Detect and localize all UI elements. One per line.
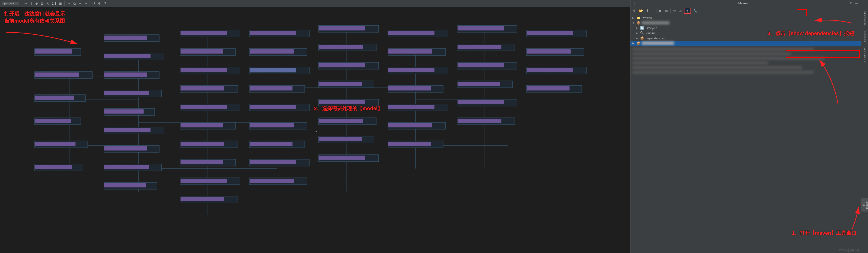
notifications-tab[interactable]: Notifications xyxy=(862,9,867,27)
maven-tree: ▶ 📁 Profiles ▼ 📦 ▶ 🔄 Lifecycle ▶ 🔌 Plugi… xyxy=(630,14,861,253)
svg-rect-105 xyxy=(250,31,296,35)
database-tab-label: Database xyxy=(863,31,866,42)
svg-rect-124 xyxy=(388,50,432,54)
maven-panel-title: Maven xyxy=(738,2,747,5)
svg-rect-130 xyxy=(458,26,504,30)
maven-toolbar: ↺ 📂 ⬇ + ▶ ⊞ ⊘ ≋ 🔧 xyxy=(630,7,861,14)
toolbar-btn-copy[interactable]: ⧉ xyxy=(72,1,77,6)
annotation-3: 3、点击【show dependencies】按钮 xyxy=(768,30,854,37)
svg-rect-113 xyxy=(250,179,293,183)
svg-point-140 xyxy=(316,131,317,132)
restful-tab[interactable]: © RestfulTool xyxy=(862,46,867,66)
svg-rect-98 xyxy=(181,86,224,91)
svg-rect-137 xyxy=(527,50,571,54)
blurred-row-6 xyxy=(632,71,813,74)
svg-rect-94 xyxy=(104,183,146,187)
svg-rect-126 xyxy=(388,86,431,91)
maven-import-btn[interactable]: 📂 xyxy=(638,8,644,13)
restful-tab-label: © RestfulTool xyxy=(863,48,866,64)
blurred-row-4 xyxy=(632,61,768,65)
toolbar-btn-list[interactable]: ≡ xyxy=(78,1,83,6)
toolbar-btn-help[interactable]: ? xyxy=(103,1,107,6)
svg-rect-87 xyxy=(104,54,151,58)
svg-rect-118 xyxy=(319,82,362,86)
toolbar-btn-target[interactable]: ◎ xyxy=(45,1,50,6)
toolbar-btn-fit[interactable]: ⊞ xyxy=(58,1,63,6)
maven-config-btn[interactable]: 🔧 xyxy=(692,8,698,13)
lifecycle-label: Lifecycle xyxy=(646,26,657,30)
svg-rect-2 xyxy=(0,7,630,253)
maven-minimize-icon[interactable]: — xyxy=(855,1,858,5)
maven-skip-btn[interactable]: ⊘ xyxy=(672,8,677,13)
toolbar-btn-export[interactable]: ↗ xyxy=(83,1,88,6)
svg-rect-92 xyxy=(104,146,147,151)
close-tab-btn[interactable]: ✕ xyxy=(15,2,17,5)
svg-rect-129 xyxy=(388,142,431,146)
lifecycle-expand-arrow: ▶ xyxy=(636,27,639,30)
svg-rect-131 xyxy=(458,45,501,49)
tree-item-root-module[interactable]: ▼ 📦 xyxy=(630,20,861,25)
svg-rect-89 xyxy=(104,91,149,95)
dependencies-icon: 📦 xyxy=(640,36,644,40)
plugins-label: Plugins xyxy=(646,31,655,35)
maven-panel: ⋮ Maven ⚙ — ↺ 📂 ⬇ + ▶ ⊞ ⊘ ≋ 🔧 ▶ xyxy=(630,0,861,253)
blurred-content-area xyxy=(630,46,861,77)
maven-show-deps-btn[interactable] xyxy=(684,8,691,13)
toolbar-btn-zoom[interactable]: 1:1 xyxy=(51,1,57,6)
maven-side-label[interactable]: mMaven xyxy=(861,198,868,212)
maven-panel-header: ⋮ Maven ⚙ — xyxy=(630,0,861,7)
svg-rect-90 xyxy=(104,109,144,114)
blurred-row-3 xyxy=(632,57,825,60)
maven-download-btn[interactable]: ⬇ xyxy=(645,8,650,13)
maven-filter-btn[interactable]: ≋ xyxy=(678,8,683,13)
maven-settings-icon[interactable]: ⚙ xyxy=(849,1,853,5)
tree-item-lifecycle[interactable]: ▶ 🔄 Lifecycle xyxy=(630,25,861,30)
toolbar-btn-grid[interactable]: ⊡ xyxy=(40,1,44,6)
svg-rect-114 xyxy=(250,68,296,72)
svg-rect-82 xyxy=(35,96,74,100)
csdn-watermark: CSDN @思象之中 xyxy=(839,249,860,252)
toolbar-divider-2 xyxy=(64,1,65,5)
toolbar-btn-refresh[interactable]: ↺ xyxy=(91,1,96,6)
svg-rect-134 xyxy=(458,100,504,104)
svg-rect-109 xyxy=(250,105,296,109)
root-module-icon: 📦 xyxy=(637,21,640,25)
svg-rect-127 xyxy=(388,105,434,109)
maven-add-btn[interactable]: + xyxy=(651,8,655,13)
svg-rect-121 xyxy=(319,137,362,141)
annotation-1: 打开后，这边窗口就会显示当前model所有依赖关系图 xyxy=(4,10,65,25)
annotation-4-text: 1、打开【maven】工具窗口 xyxy=(792,230,857,236)
svg-rect-123 xyxy=(388,31,434,35)
tree-item-profiles[interactable]: ▶ 📁 Profiles xyxy=(630,15,861,20)
dependency-graph-canvas xyxy=(0,7,630,253)
profiles-expand-arrow: ▶ xyxy=(632,17,636,20)
maven-dots-icon[interactable]: ⋮ xyxy=(633,1,637,5)
annotation-2-text: 2、选择需要处理的【model】 xyxy=(314,105,382,111)
toolbar-btn-navigate[interactable]: ≫ xyxy=(23,1,28,6)
svg-rect-116 xyxy=(319,45,363,49)
maven-run-debug-btn[interactable]: ⊞ xyxy=(664,8,669,13)
maven-refresh-btn[interactable]: ↺ xyxy=(632,8,637,13)
right-side-tabs: Notifications Database © RestfulTool xyxy=(861,0,868,253)
blurred-row-1 xyxy=(632,48,813,51)
toolbar-btn-up[interactable]: ⬆ xyxy=(29,1,33,6)
tree-item-selected-module[interactable]: ▶ 📦 xyxy=(630,41,861,46)
toolbar-btn-split[interactable]: ↔ xyxy=(66,1,71,6)
maven-run-btn[interactable]: ▶ xyxy=(658,8,663,13)
dependencies-expand-arrow: ▶ xyxy=(636,37,639,40)
toolbar-divider-3 xyxy=(90,1,90,5)
selected-module-blurred-label xyxy=(642,41,674,45)
svg-rect-125 xyxy=(388,68,434,72)
database-tab[interactable]: Database xyxy=(862,29,867,44)
root-module-expand-arrow: ▼ xyxy=(632,22,636,24)
dependency-graph-svg xyxy=(0,7,630,253)
svg-rect-93 xyxy=(104,165,149,169)
svg-rect-128 xyxy=(388,123,432,127)
svg-rect-86 xyxy=(104,36,147,40)
svg-rect-108 xyxy=(250,86,292,91)
svg-rect-119 xyxy=(319,100,365,104)
toolbar-btn-search[interactable]: ⊕ xyxy=(34,1,39,6)
file-tab[interactable]: pom.xml ✕ xyxy=(2,2,19,5)
editor-area: pom.xml ✕ ≫ ⬆ ⊕ ⊡ ◎ 1:1 ⊞ ↔ ⧉ ≡ ↗ ↺ ⚙ ? xyxy=(0,0,630,253)
toolbar-btn-settings[interactable]: ⚙ xyxy=(97,1,102,6)
